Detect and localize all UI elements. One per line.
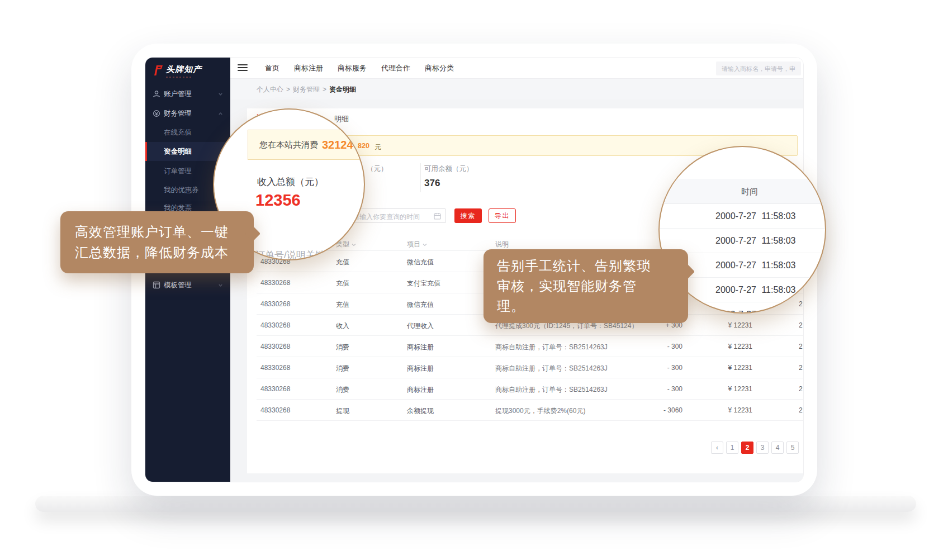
cell-order-number: 48330268 [260,343,290,350]
sidebar-item-label: 财务管理 [164,109,192,118]
date-query-input[interactable]: 请输入你要查询的时间 [347,208,446,223]
tab-partial[interactable]: 明细 [334,114,349,124]
user-icon [153,90,160,98]
cell-project: 微信充值 [407,258,434,267]
callout-line: 告别手工统计、告别繁琐 [497,256,688,276]
laptop-base [35,496,916,512]
logo-text: 头牌知产 [166,64,202,75]
table-row: 48330268 消费 商标注册 商标自助注册，订单号：SB2514263J -… [257,357,804,378]
sidebar-item-label: 账户管理 [164,89,192,99]
callout-line: 审核，实现智能财务管 [497,276,688,296]
breadcrumb-personal-center[interactable]: 个人中心 [257,86,283,93]
lens-banner-amount: 32124 [322,139,353,151]
callout-line: 理。 [497,296,688,316]
search-button[interactable]: 搜索 [454,208,482,223]
cell-balance: ¥ 12231 [696,343,752,350]
callout-left: 高效管理账户订单、一键 汇总数据，降低财务成本 [60,211,254,273]
chevron-up-icon [218,111,223,116]
header-project-sort[interactable]: 项目 [407,240,427,249]
logo-mark-icon [153,64,164,77]
callout-line: 汇总数据，降低财务成本 [75,242,254,263]
finance-icon [153,110,160,117]
sidebar-item-account[interactable]: 账户管理 [145,84,230,103]
lens-income-value: 12356 [255,191,301,210]
cell-type: 收入 [336,321,349,331]
cell-type: 充值 [336,279,349,288]
banner-unit: 元 [375,143,381,152]
cell-description: 商标自助注册，订单号：SB2514263J [495,385,608,395]
sidebar-item-online-recharge[interactable]: 在线充值 [145,123,230,142]
breadcrumb: 个人中心>财务管理>资金明细 [257,85,356,94]
cell-time-partial: 2 [799,343,804,350]
logo-subtext-decor [166,77,192,78]
calendar-icon[interactable] [434,212,441,220]
breadcrumb-finance[interactable]: 财务管理 [293,86,320,93]
sidebar-item-label: 我的优惠券 [164,186,199,195]
stage: 头牌知产 账户管理 财务管理 [0,0,948,560]
pagination-prev[interactable]: ‹ [711,442,723,454]
cell-amount: - 3060 [638,406,682,414]
breadcrumb-bar: 个人中心>财务管理>资金明细 [230,79,804,99]
sidebar-item-label: 在线充值 [164,128,192,137]
lens-banner-prefix: 您在本站共消费 [259,140,318,150]
pagination-page-3[interactable]: 3 [756,442,769,454]
pagination-page-4[interactable]: 4 [771,442,784,454]
nav-item-home[interactable]: 首页 [265,63,279,73]
sidebar-item-finance[interactable]: 财务管理 [145,104,230,123]
lens-time-row: 2000-7-27 11:58:03 [660,229,825,253]
pagination-page-2[interactable]: 2 [741,442,753,454]
cell-project: 商标注册 [407,343,434,352]
cell-time-partial: 2 [799,300,804,308]
cell-project: 商标注册 [407,385,434,395]
sidebar-item-templates[interactable]: 模板管理 [145,276,230,295]
lens-time-row: 2000-7-27 11:58:03 [660,204,825,229]
nav-item-trademark-class[interactable]: 商标分类 [425,63,454,73]
cell-project: 商标注册 [407,364,434,373]
table-row: 48330268 消费 商标注册 商标自助注册，订单号：SB2514263J -… [257,336,804,357]
hamburger-icon[interactable] [238,64,248,72]
top-nav: 首页 商标注册 商标服务 代理合作 商标分类 [265,58,454,79]
cell-order-number: 48330268 [260,300,290,308]
pagination-page-1[interactable]: 1 [726,442,738,454]
trademark-search-input[interactable] [716,61,801,75]
sidebar-item-label: 模板管理 [164,281,192,290]
callout-right: 告别手工统计、告别繁琐 审核，实现智能财务管 理。 [484,249,688,323]
chevron-down-icon [218,283,223,288]
cell-description: 提现3000元，手续费2%(60元) [495,406,585,416]
cell-order-number: 48330268 [260,385,290,393]
template-icon [153,281,160,289]
sidebar-item-label: 订单管理 [164,167,192,176]
export-button[interactable]: 导出 [489,208,516,223]
cell-time-partial: 2 [799,321,804,329]
cell-type: 消费 [336,343,349,352]
cell-type: 充值 [336,258,349,267]
cell-order-number: 48330268 [260,364,290,372]
cell-project: 代理收入 [407,321,434,331]
callout-line: 高效管理账户订单、一键 [75,221,254,242]
date-placeholder: 请输入你要查询的时间 [353,212,430,222]
chevron-down-icon [218,92,223,97]
breadcrumb-current: 资金明细 [329,86,356,93]
table-row: 48330268 提现 余额提现 提现3000元，手续费2%(60元) - 30… [257,400,804,421]
cell-balance: ¥ 12231 [696,406,752,414]
cell-amount: - 300 [638,364,682,372]
cell-type: 消费 [336,385,349,395]
cell-order-number: 48330268 [260,321,290,329]
sort-caret-icon [352,243,356,246]
sidebar-item-label: 资金明细 [164,147,192,156]
cell-balance: ¥ 12231 [696,364,752,372]
nav-item-agency[interactable]: 代理合作 [381,63,410,73]
banner-amount-tail: 820 [358,142,369,150]
stat-divider [420,163,421,192]
stat-label: （元） [367,164,388,174]
cell-project: 微信充值 [407,300,434,310]
pagination-page-5[interactable]: 5 [786,442,799,454]
cell-order-number: 48330268 [260,406,290,414]
cell-type: 消费 [336,364,349,373]
nav-item-trademark-service[interactable]: 商标服务 [338,63,367,73]
nav-item-trademark-register[interactable]: 商标注册 [294,63,323,73]
top-navbar: 首页 商标注册 商标服务 代理合作 商标分类 [230,58,804,79]
lens-time-header: 时间 [660,179,825,204]
app-logo: 头牌知产 [153,64,202,78]
cell-order-number: 48330268 [260,279,290,287]
